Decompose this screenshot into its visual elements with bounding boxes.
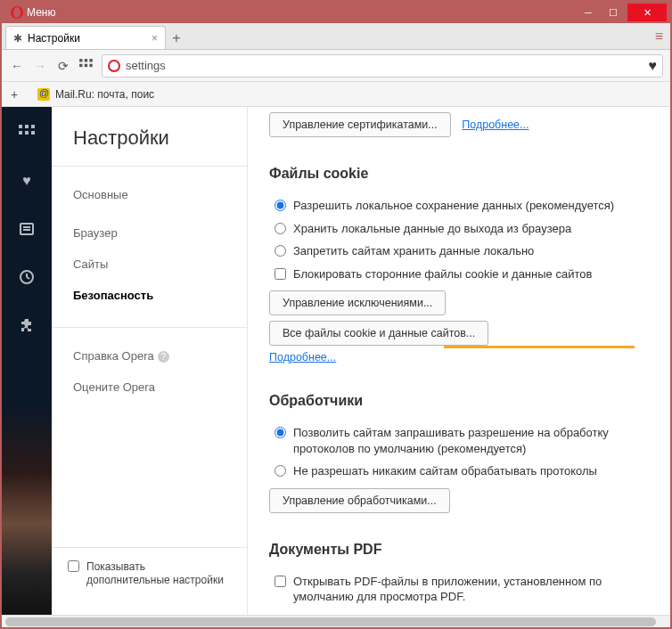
reload-button[interactable]: ⟳: [55, 58, 71, 74]
left-rail: ♥: [2, 107, 52, 615]
handlers-opt-deny[interactable]: Не разрешать никаким сайтам обрабатывать…: [269, 460, 649, 483]
tab-settings[interactable]: ✱ Настройки ×: [5, 26, 166, 49]
titlebar: Меню ─ ☐ ✕: [2, 2, 670, 23]
speeddial-rail-icon[interactable]: [17, 123, 37, 143]
svg-rect-0: [79, 59, 82, 61]
scrollbar-thumb[interactable]: [5, 617, 656, 626]
svg-rect-2: [89, 59, 92, 61]
address-bar[interactable]: ♥: [102, 54, 663, 78]
forward-button[interactable]: →: [32, 58, 48, 74]
highlight-underline: [444, 346, 635, 348]
bookmark-item[interactable]: Mail.Ru: почта, поис: [55, 88, 154, 101]
section-handlers-heading: Обработчики: [269, 393, 649, 409]
pdf-opt[interactable]: Открывать PDF-файлы в приложении, устано…: [269, 570, 649, 609]
section-handlers: Обработчики Позволить сайтам запрашивать…: [269, 393, 649, 519]
minimize-button[interactable]: ─: [576, 4, 601, 21]
svg-rect-6: [19, 125, 22, 128]
svg-rect-1: [85, 59, 87, 61]
cookie-exceptions-button[interactable]: Управление исключениями...: [269, 290, 446, 315]
navbar: ← → ⟳ ♥: [2, 50, 670, 82]
svg-rect-10: [25, 131, 29, 135]
horizontal-scrollbar[interactable]: [2, 615, 670, 627]
close-tab-icon[interactable]: ×: [152, 32, 158, 45]
maximize-button[interactable]: ☐: [601, 4, 626, 21]
sidebar-item-security[interactable]: Безопасность: [52, 280, 247, 311]
manage-certificates-button[interactable]: Управление сертификатами...: [269, 112, 451, 137]
history-rail-icon[interactable]: [17, 267, 37, 287]
svg-rect-3: [79, 63, 82, 66]
settings-sidebar: Настройки Основные Браузер Сайты Безопас…: [52, 107, 248, 615]
bookmarks-bar: + Mail.Ru: почта, поис: [2, 82, 670, 107]
sidebar-heading: Настройки: [52, 127, 247, 166]
add-bookmark-button[interactable]: +: [7, 87, 21, 102]
sidebar-item-browser[interactable]: Браузер: [52, 217, 247, 249]
bookmark-favicon: [37, 88, 50, 101]
gear-icon: ✱: [13, 32, 22, 45]
tab-menu-icon[interactable]: ≡: [655, 29, 663, 45]
section-pdf-heading: Документы PDF: [269, 542, 649, 558]
cookie-all-data-button[interactable]: Все файлы cookie и данные сайтов...: [269, 321, 488, 346]
svg-rect-8: [31, 125, 35, 128]
section-pdf: Документы PDF Открывать PDF-файлы в прил…: [269, 542, 649, 609]
browser-window: Меню ─ ☐ ✕ ✱ Настройки × + ≡ ← → ⟳ ♥ +: [0, 0, 672, 629]
close-button[interactable]: ✕: [627, 4, 667, 21]
svg-rect-9: [19, 131, 22, 135]
back-button[interactable]: ←: [9, 58, 25, 74]
sidebar-item-rate[interactable]: Оцените Opera: [52, 372, 247, 403]
cookie-opt-session[interactable]: Хранить локальные данные до выхода из бр…: [269, 217, 649, 241]
heart-rail-icon[interactable]: ♥: [17, 171, 37, 191]
extensions-rail-icon[interactable]: [17, 315, 37, 335]
cookies-more-link[interactable]: Подробнее...: [269, 351, 336, 364]
menu-label: Меню: [27, 6, 55, 19]
svg-rect-4: [85, 63, 87, 66]
handlers-opt-allow[interactable]: Позволить сайтам запрашивать разрешение …: [269, 421, 649, 460]
content-area: ♥ Настройки Основные Браузер Сайты Безоп…: [2, 107, 670, 615]
svg-rect-5: [89, 63, 92, 66]
sidebar-item-sites[interactable]: Сайты: [52, 249, 247, 280]
opera-logo-icon: [11, 6, 23, 19]
advanced-settings-checkbox[interactable]: Показывать дополнительные настройки: [68, 560, 231, 588]
tab-title: Настройки: [28, 32, 80, 45]
section-cookies-heading: Файлы cookie: [269, 166, 649, 182]
settings-panel[interactable]: HTTPS/SSL Управление сертификатами... По…: [248, 107, 670, 615]
news-rail-icon[interactable]: [17, 219, 37, 239]
svg-rect-7: [25, 125, 29, 128]
svg-rect-11: [31, 131, 35, 135]
svg-line-17: [27, 277, 29, 279]
address-input[interactable]: [126, 59, 657, 72]
bookmark-heart-icon[interactable]: ♥: [649, 58, 658, 74]
sidebar-item-basic[interactable]: Основные: [52, 179, 247, 210]
https-more-link[interactable]: Подробнее...: [462, 118, 529, 131]
manage-handlers-button[interactable]: Управление обработчиками...: [269, 488, 450, 513]
cookie-opt-block[interactable]: Запретить сайтам хранить данные локально: [269, 240, 649, 263]
site-icon: [108, 60, 120, 72]
cookie-opt-third[interactable]: Блокировать сторонние файлы cookie и дан…: [269, 263, 649, 286]
cookie-opt-allow[interactable]: Разрешить локальное сохранение данных (р…: [269, 194, 649, 217]
help-icon: ?: [158, 351, 169, 363]
new-tab-button[interactable]: +: [166, 28, 187, 49]
menu-button[interactable]: Меню: [5, 6, 61, 19]
advanced-settings-input[interactable]: [68, 560, 79, 572]
sidebar-item-help[interactable]: Справка Opera?: [52, 340, 247, 372]
section-cookies: Файлы cookie Разрешить локальное сохране…: [269, 166, 649, 370]
speed-dial-icon[interactable]: [78, 58, 94, 74]
tab-strip: ✱ Настройки × + ≡: [2, 23, 670, 50]
